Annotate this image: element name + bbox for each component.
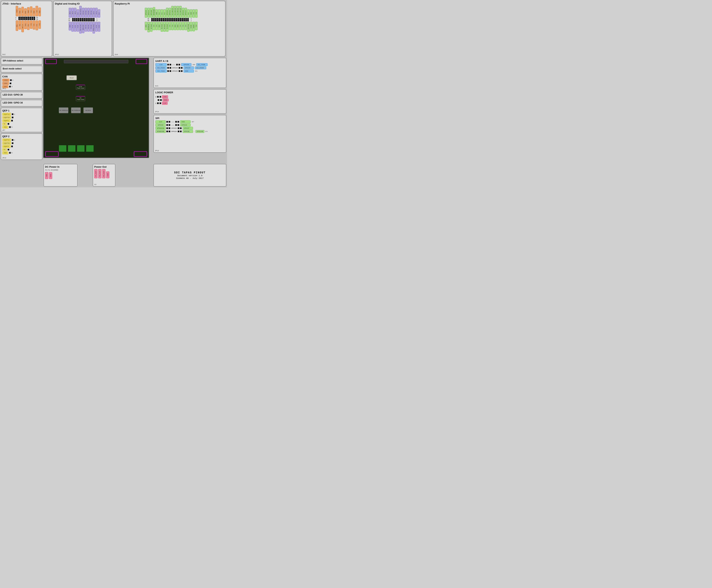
rpi-label: SV4 [115, 54, 118, 56]
can-panel: CAN CANH 1 CANL GND 3 JP11 [1, 74, 42, 91]
jtag-sq-pin [26, 17, 28, 18]
info-line1: Document version 1.0 [174, 174, 206, 177]
spi-address-panel: SPI-Address select [1, 58, 42, 65]
qep2-row-4: 5V [2, 148, 41, 151]
dio-sq-pin [93, 20, 94, 21]
qep2-pin-3-tab: EQEP2I [2, 145, 10, 148]
qep2-pin-5-tab: GND [2, 151, 8, 154]
lp-row-1: 1 3,3V [155, 102, 168, 105]
power-out-p2: P2_OUT [98, 169, 102, 178]
jtag-sq-pin [26, 18, 28, 20]
spi-pin-3b [169, 127, 170, 129]
spi-pin-num-2-1: 2 1 [205, 131, 208, 132]
spi-pin-4c [178, 131, 179, 132]
can-title: CAN [2, 75, 41, 78]
lp-num-3: 3 [155, 96, 156, 98]
jtag-pin-num-tl: 2 [16, 17, 18, 18]
pcb-header-connector [64, 60, 128, 63]
spi-pin-1d [177, 121, 179, 123]
jtag-sq-pin [28, 18, 29, 20]
pcb-5v-sub: Power Good [77, 99, 84, 100]
qep1-pin-4-tab: 5V [2, 123, 7, 125]
rpi-pin-bot-13: GND [176, 22, 179, 30]
qep1-label: JP7 [2, 129, 5, 131]
jtag-label: SV2 [2, 54, 5, 56]
led-d10-panel: LED D10 / GPIO 39 [1, 92, 42, 99]
spi-tab-gpio16: GPIO16 [180, 124, 191, 126]
spi-connector: 3,3V —— GND 8 7 GPIO19 —— GPIO16 [155, 120, 224, 133]
rpi-sq-pin [172, 18, 174, 20]
jtag-sq-pin [22, 17, 24, 18]
rpi-sq-pin [174, 20, 176, 21]
qep1-row-1: EQEP1A 1 [2, 113, 41, 115]
dio-pin-bot-1: GND [69, 22, 71, 30]
logic-power-panel: LOGIC POWER 3 GND GND 1 [153, 89, 226, 114]
qep2-pin-5 [9, 152, 11, 154]
spi-pin-2b [169, 124, 170, 126]
can-pin-gnd [9, 86, 11, 87]
rpi-pin-bot-4: N.C. [153, 22, 155, 30]
qep1-connector: EQEP1A 1 EQEP1B EQEP1I 5V GND 5 [2, 113, 41, 128]
spi-title: SPI [155, 117, 224, 120]
dc-power-subtitle: X1 (+), X4 (GND) [45, 169, 76, 171]
uart-pin-2d [181, 67, 182, 69]
rpi-pin-bot-15: N.C. [182, 22, 184, 30]
dio-sq-pin [83, 20, 85, 21]
rpi-sq-pin [157, 18, 158, 20]
jtag-pin-bot-9: N.C. [38, 20, 41, 29]
jtag-pin-num-tr: 20 [36, 17, 38, 18]
pcb-we-label-2: WE 7443551130 [72, 110, 80, 111]
rpi-pin-bot-11: N.C. [171, 22, 174, 30]
info-panel: SDI TAPAS PINOUT Document version 1.0 Si… [153, 164, 226, 187]
logic-power-connector: 3 GND GND 1 3,3V [155, 96, 224, 105]
qep2-pin-3 [11, 146, 13, 147]
jtag-title: JTAG - Interface [2, 2, 51, 5]
rpi-pin-bot-3: GPIO 25 [150, 22, 152, 31]
dio-sq-pin [76, 20, 78, 21]
dio-sq-pin [74, 20, 76, 21]
dio-panel: Digital and Analog IO A0 In A2 In A4 In … [53, 1, 112, 57]
spi-tab-spiclkb: SPICLKB [195, 130, 204, 133]
rpi-title: Raspberry Pi [115, 2, 224, 5]
pcb-reset-button[interactable]: Reset [66, 75, 77, 80]
page-container: JTAG - Interface TRST GND N.C. GND GND N… [0, 0, 227, 187]
pcb-33v-indicator: 3.3V Power Good [76, 85, 85, 90]
rpi-pin-bot-8: GPIO 50 [163, 22, 166, 31]
info-title: SDI TAPAS PINOUT [174, 171, 206, 174]
qep1-pin-5-tab: GND [2, 126, 8, 128]
rpi-sq-pin [165, 18, 166, 20]
jtag-pin-top-8: N.C. [36, 6, 38, 16]
spi-mid-gpio24: GPIO24 [171, 131, 177, 132]
rpi-pin-top-3: SPICLKB [150, 8, 152, 18]
dio-pin-bot-7: D1 Out [85, 22, 87, 31]
jtag-pin-top-1: TRST [16, 6, 18, 16]
rpi-sq-pin [187, 20, 189, 21]
dio-sq-pin [91, 18, 93, 20]
rpi-sq-pin [168, 18, 170, 20]
rpi-sq-pin [184, 18, 185, 20]
spi-pin-3d [180, 127, 182, 129]
dio-pin-bot-5: DIO 5v Out [79, 22, 82, 34]
rpi-pin-bot-9: GPIO 51 [166, 22, 168, 31]
can-pin-num-1: 1 [13, 79, 13, 81]
rpi-sq-pin [181, 18, 183, 20]
qep2-pin-1-tab: EQEP2A [2, 139, 11, 141]
qep1-row-2: EQEP1B [2, 116, 41, 119]
pcb-33v-label: 3.3V [77, 86, 84, 87]
spi-tab-33v: 3,3V [155, 120, 166, 123]
uart-row-2: SCI_RXDA GPIO28 GPIO15 SCI_RXDB [155, 66, 224, 69]
rpi-pin-bot-19: MDRA [192, 22, 195, 31]
rpi-sq-pin [160, 20, 163, 21]
rpi-pin-top-6: N.C. [158, 9, 160, 18]
rpi-sq-pin [185, 18, 187, 20]
spi-tab-gnd: GND [180, 120, 191, 123]
rpi-sq-pin [159, 20, 160, 21]
power-out-gnd: GND [106, 171, 109, 178]
lp-pin-33v [157, 102, 159, 104]
pcb-we-label-3: WE D6701 [85, 110, 91, 111]
info-line2: Siemens AG - July 2017 [174, 177, 206, 180]
rpi-sq-pin [179, 20, 181, 21]
lp-pin-gnd1b [159, 96, 161, 98]
jtag-sq-pin [30, 18, 31, 20]
uart-pin-1b [170, 64, 171, 65]
